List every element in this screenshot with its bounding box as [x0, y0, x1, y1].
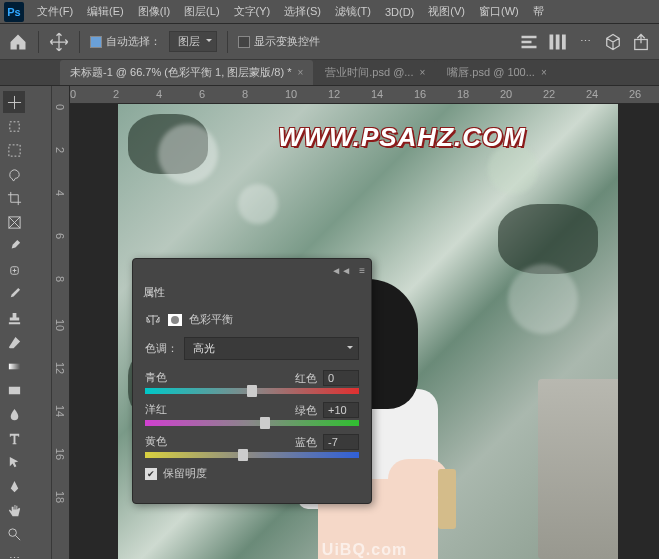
checkbox-icon	[238, 36, 250, 48]
svg-rect-8	[8, 144, 19, 155]
edit-toolbar[interactable]: ⋯	[3, 547, 25, 559]
slider-thumb[interactable]	[238, 449, 248, 461]
slider-left-label: 洋红	[145, 402, 167, 418]
collapse-icon[interactable]: ◄◄	[331, 265, 351, 276]
stamp-tool[interactable]	[3, 307, 25, 329]
panel-menu-icon[interactable]: ≡	[359, 265, 365, 276]
menu-filter[interactable]: 滤镜(T)	[328, 1, 378, 22]
close-icon[interactable]: ×	[541, 67, 547, 78]
slider-value[interactable]: 0	[323, 370, 359, 386]
auto-select-checkbox[interactable]: 自动选择：	[90, 34, 161, 49]
share-icon[interactable]	[631, 32, 651, 52]
menu-view[interactable]: 视图(V)	[421, 1, 472, 22]
tab-inactive[interactable]: 营业时间.psd @... ×	[315, 60, 435, 85]
slider-track[interactable]	[145, 452, 359, 458]
slider-right-label: 红色	[295, 371, 317, 386]
menu-file[interactable]: 文件(F)	[30, 1, 80, 22]
pen-tool[interactable]	[3, 475, 25, 497]
close-icon[interactable]: ×	[297, 67, 303, 78]
svg-rect-7	[9, 121, 18, 130]
svg-point-13	[8, 528, 16, 536]
mask-icon[interactable]	[167, 313, 183, 327]
slider-track[interactable]	[145, 420, 359, 426]
color-slider[interactable]: 青色红色0	[145, 370, 359, 394]
path-select-tool[interactable]	[3, 451, 25, 473]
type-tool[interactable]	[3, 427, 25, 449]
brush-tool[interactable]	[3, 283, 25, 305]
watermark-text: WWW.PSAHZ.COM	[278, 122, 526, 153]
balance-icon	[145, 313, 161, 327]
slider-track[interactable]	[145, 388, 359, 394]
menu-image[interactable]: 图像(I)	[131, 1, 177, 22]
svg-rect-0	[522, 35, 537, 38]
svg-rect-1	[522, 40, 532, 43]
toolbox: ⋯	[0, 86, 52, 559]
more-icon[interactable]: ⋯	[575, 32, 595, 52]
checkbox-icon	[90, 36, 102, 48]
menu-bar: Ps 文件(F) 编辑(E) 图像(I) 图层(L) 文字(Y) 选择(S) 滤…	[0, 0, 659, 24]
slider-value[interactable]: -7	[323, 434, 359, 450]
distribute-icon[interactable]	[547, 32, 567, 52]
artboard-tool[interactable]	[3, 115, 25, 137]
slider-left-label: 青色	[145, 370, 167, 386]
move-tool-icon[interactable]	[49, 32, 69, 52]
gradient-tool[interactable]	[3, 355, 25, 377]
color-slider[interactable]: 黄色蓝色-7	[145, 434, 359, 458]
tab-label: 营业时间.psd @...	[325, 65, 413, 80]
panel-tab-properties[interactable]: 属性	[133, 281, 371, 304]
menu-edit[interactable]: 编辑(E)	[80, 1, 131, 22]
svg-rect-5	[562, 34, 566, 49]
tab-active[interactable]: 未标题-1 @ 66.7% (色彩平衡 1, 图层蒙版/8) *×	[60, 60, 313, 85]
tab-label: 嘴唇.psd @ 100...	[447, 65, 535, 80]
panel-title: 色彩平衡	[189, 312, 233, 327]
eyedropper-tool[interactable]	[3, 235, 25, 257]
healing-tool[interactable]	[3, 259, 25, 281]
svg-rect-12	[8, 386, 19, 394]
show-transform-checkbox[interactable]: 显示变换控件	[238, 34, 320, 49]
menu-3d[interactable]: 3D(D)	[378, 3, 421, 21]
hand-tool[interactable]	[3, 499, 25, 521]
marquee-tool[interactable]	[3, 139, 25, 161]
show-transform-label: 显示变换控件	[254, 34, 320, 49]
home-icon[interactable]	[8, 32, 28, 52]
zoom-tool[interactable]	[3, 523, 25, 545]
ruler-vertical: 024681012141618	[52, 104, 70, 559]
slider-right-label: 绿色	[295, 403, 317, 418]
auto-select-dropdown[interactable]: 图层	[169, 31, 217, 52]
3d-mode-icon[interactable]	[603, 32, 623, 52]
menu-type[interactable]: 文字(Y)	[227, 1, 278, 22]
crop-tool[interactable]	[3, 187, 25, 209]
preserve-label: 保留明度	[163, 466, 207, 481]
tone-dropdown[interactable]: 高光	[184, 337, 359, 360]
blur-tool[interactable]	[3, 403, 25, 425]
ps-logo: Ps	[4, 2, 24, 22]
slider-thumb[interactable]	[247, 385, 257, 397]
rectangle-tool[interactable]	[3, 379, 25, 401]
options-bar: 自动选择： 图层 显示变换控件 ⋯	[0, 24, 659, 60]
close-icon[interactable]: ×	[419, 67, 425, 78]
eraser-tool[interactable]	[3, 331, 25, 353]
checkbox-icon: ✔	[145, 468, 157, 480]
align-icon[interactable]	[519, 32, 539, 52]
color-slider[interactable]: 洋红绿色+10	[145, 402, 359, 426]
frame-tool[interactable]	[3, 211, 25, 233]
tone-label: 色调：	[145, 341, 178, 356]
footer-watermark: UiBQ.com	[322, 541, 407, 559]
menu-select[interactable]: 选择(S)	[277, 1, 328, 22]
lasso-tool[interactable]	[3, 163, 25, 185]
slider-right-label: 蓝色	[295, 435, 317, 450]
properties-panel[interactable]: ◄◄ ≡ 属性 色彩平衡 色调： 高光 青色红色0洋红绿色+10黄色蓝色-7 ✔…	[132, 258, 372, 504]
move-tool[interactable]	[3, 91, 25, 113]
menu-help[interactable]: 帮	[526, 1, 551, 22]
ruler-horizontal: 02468101214161820222426	[52, 86, 659, 104]
slider-thumb[interactable]	[260, 417, 270, 429]
svg-rect-3	[550, 34, 554, 49]
menu-window[interactable]: 窗口(W)	[472, 1, 526, 22]
svg-rect-11	[8, 363, 19, 369]
menu-layer[interactable]: 图层(L)	[177, 1, 226, 22]
svg-rect-2	[522, 45, 537, 48]
preserve-luminosity-checkbox[interactable]: ✔ 保留明度	[145, 466, 359, 481]
panel-header[interactable]: ◄◄ ≡	[133, 259, 371, 281]
tab-inactive[interactable]: 嘴唇.psd @ 100... ×	[437, 60, 556, 85]
slider-value[interactable]: +10	[323, 402, 359, 418]
